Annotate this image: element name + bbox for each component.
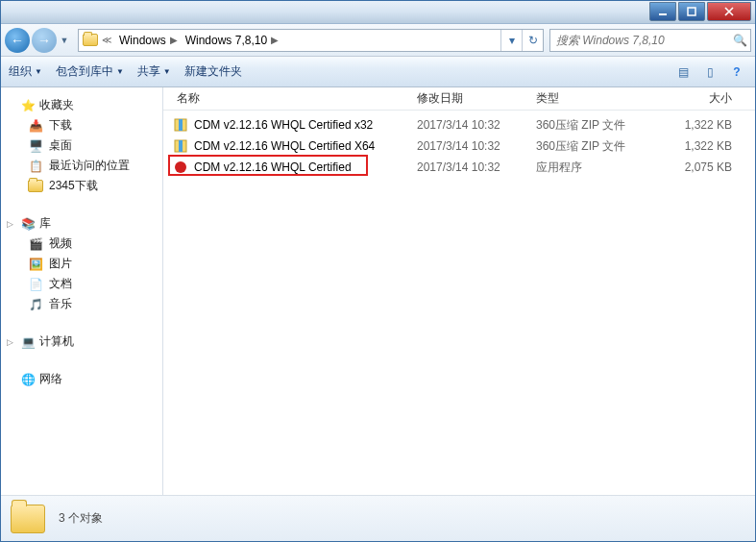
col-name-header[interactable]: 名称 — [163, 90, 411, 107]
close-button[interactable] — [707, 2, 751, 21]
status-text: 3 个对象 — [59, 510, 103, 527]
svg-point-6 — [175, 161, 186, 173]
forward-button[interactable]: → — [32, 28, 57, 53]
picture-icon: 🖼️ — [28, 257, 43, 272]
history-dropdown[interactable]: ▼ — [59, 28, 70, 53]
address-dropdown[interactable]: ▾ — [500, 30, 522, 51]
col-type-header[interactable]: 类型 — [530, 90, 649, 107]
search-box[interactable]: 🔍 — [549, 29, 751, 52]
preview-pane-button[interactable]: ▯ — [699, 62, 720, 83]
help-button[interactable]: ? — [726, 62, 747, 83]
address-bar[interactable]: ≪ Windows▶ Windows 7,8,10▶ ▾ ↻ — [78, 29, 544, 52]
download-icon: 📥 — [28, 118, 43, 134]
sidebar-favorites-header[interactable]: ⭐收藏夹 — [1, 95, 162, 115]
share-button[interactable]: 共享▼ — [137, 63, 171, 80]
folder-icon — [28, 179, 43, 194]
file-name: CDM v2.12.16 WHQL Certified X64 — [194, 139, 417, 153]
document-icon: 📄 — [28, 277, 43, 292]
file-size: 1,322 KB — [655, 139, 755, 153]
col-date-header[interactable]: 修改日期 — [411, 90, 530, 107]
zip-icon — [173, 117, 188, 133]
file-name: CDM v2.12.16 WHQL Certified — [194, 160, 417, 174]
window-controls — [647, 2, 751, 21]
toolbar: 组织▼ 包含到库中▼ 共享▼ 新建文件夹 ▤ ▯ ? — [1, 57, 755, 87]
sidebar-item-documents[interactable]: 📄文档 — [1, 274, 162, 294]
column-headers: 名称 修改日期 类型 大小 — [163, 87, 755, 111]
file-size: 1,322 KB — [655, 118, 755, 132]
svg-rect-3 — [179, 119, 183, 131]
refresh-button[interactable]: ↻ — [522, 30, 543, 51]
svg-rect-1 — [688, 8, 695, 15]
breadcrumb-root-arrow[interactable]: ≪ — [98, 30, 115, 51]
file-date: 2017/3/14 10:32 — [417, 160, 536, 174]
body: ⭐收藏夹 📥下载 🖥️桌面 📋最近访问的位置 2345下载 ▷📚库 🎬视频 🖼️… — [1, 87, 755, 495]
computer-icon: 💻 — [20, 334, 36, 350]
desktop-icon: 🖥️ — [28, 138, 43, 154]
file-row[interactable]: CDM v2.12.16 WHQL Certified x32 2017/3/1… — [163, 114, 755, 136]
file-type: 应用程序 — [536, 160, 655, 176]
sidebar-item-downloads[interactable]: 📥下载 — [1, 115, 162, 136]
new-folder-button[interactable]: 新建文件夹 — [184, 63, 242, 80]
star-icon: ⭐ — [20, 98, 36, 113]
recent-icon: 📋 — [28, 159, 43, 174]
file-row[interactable]: CDM v2.12.16 WHQL Certified X64 2017/3/1… — [163, 136, 755, 157]
file-type: 360压缩 ZIP 文件 — [536, 138, 655, 155]
search-input[interactable] — [550, 34, 729, 47]
include-in-library-button[interactable]: 包含到库中▼ — [56, 63, 124, 80]
statusbar: 3 个对象 — [1, 495, 755, 541]
col-size-header[interactable]: 大小 — [649, 90, 755, 107]
sidebar-item-recent[interactable]: 📋最近访问的位置 — [1, 156, 162, 176]
music-icon: 🎵 — [28, 297, 43, 312]
file-type: 360压缩 ZIP 文件 — [536, 117, 655, 134]
sidebar-libraries-header[interactable]: ▷📚库 — [1, 213, 162, 234]
sidebar-item-pictures[interactable]: 🖼️图片 — [1, 254, 162, 274]
search-icon: 🔍 — [729, 34, 750, 47]
maximize-button[interactable] — [678, 2, 705, 21]
zip-icon — [173, 138, 188, 154]
network-icon: 🌐 — [20, 372, 36, 387]
organize-button[interactable]: 组织▼ — [9, 63, 42, 80]
file-list: CDM v2.12.16 WHQL Certified x32 2017/3/1… — [163, 111, 755, 495]
minimize-button[interactable] — [649, 2, 676, 21]
breadcrumb-item[interactable]: Windows▶ — [115, 30, 182, 51]
folder-icon — [83, 33, 98, 48]
sidebar-item-desktop[interactable]: 🖥️桌面 — [1, 136, 162, 156]
video-icon: 🎬 — [28, 236, 43, 252]
content-area: 名称 修改日期 类型 大小 CDM v2.12.16 WHQL Certifie… — [163, 87, 755, 495]
view-options-button[interactable]: ▤ — [672, 62, 694, 83]
svg-rect-0 — [659, 13, 667, 15]
sidebar-computer-header[interactable]: ▷💻计算机 — [1, 332, 162, 352]
explorer-window: ← → ▼ ≪ Windows▶ Windows 7,8,10▶ ▾ ↻ 🔍 组… — [0, 0, 756, 542]
file-name: CDM v2.12.16 WHQL Certified x32 — [194, 118, 417, 132]
sidebar: ⭐收藏夹 📥下载 🖥️桌面 📋最近访问的位置 2345下载 ▷📚库 🎬视频 🖼️… — [1, 87, 163, 495]
sidebar-item-music[interactable]: 🎵音乐 — [1, 294, 162, 314]
nav-row: ← → ▼ ≪ Windows▶ Windows 7,8,10▶ ▾ ↻ 🔍 — [1, 24, 755, 57]
titlebar — [1, 1, 755, 24]
svg-rect-5 — [179, 140, 183, 152]
back-button[interactable]: ← — [5, 28, 30, 53]
folder-icon — [11, 505, 45, 533]
exe-icon — [173, 160, 188, 175]
file-row[interactable]: CDM v2.12.16 WHQL Certified 2017/3/14 10… — [163, 157, 755, 178]
file-date: 2017/3/14 10:32 — [417, 139, 536, 153]
file-size: 2,075 KB — [655, 160, 755, 174]
sidebar-network-header[interactable]: 🌐网络 — [1, 369, 162, 389]
sidebar-item-2345[interactable]: 2345下载 — [1, 176, 162, 196]
breadcrumb-item[interactable]: Windows 7,8,10▶ — [182, 30, 282, 51]
library-icon: 📚 — [20, 216, 36, 232]
sidebar-item-videos[interactable]: 🎬视频 — [1, 234, 162, 254]
file-date: 2017/3/14 10:32 — [417, 118, 536, 132]
